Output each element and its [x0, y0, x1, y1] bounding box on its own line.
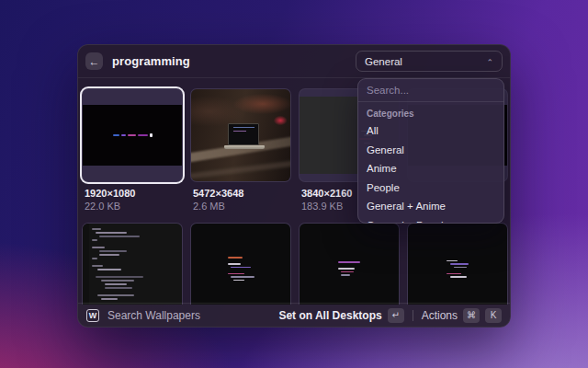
editor-gutter	[83, 224, 89, 305]
terminal-prompt-decoration	[113, 133, 153, 137]
wallpaper-thumbnail-7[interactable]	[299, 223, 400, 305]
code-lines-decoration	[447, 260, 469, 280]
dropdown-item-general-anime[interactable]: General + Anime	[358, 197, 503, 216]
code-line	[233, 280, 244, 282]
app-window: ← programming General ⌃ 1920×1080 22.0 K…	[77, 44, 511, 328]
code-line	[338, 268, 355, 270]
wallpapers-app-icon: W	[86, 309, 99, 322]
wallpaper-tile-7	[299, 223, 400, 305]
wallpaper-thumbnail-6[interactable]	[190, 223, 291, 305]
code-line	[99, 236, 140, 237]
dropdown-item-general[interactable]: General	[358, 141, 503, 160]
footer-divider	[413, 310, 413, 321]
wallpaper-tile-6	[190, 223, 291, 305]
tile-filesize: 2.6 MB	[193, 201, 291, 212]
wallpaper-tile-5	[82, 223, 183, 305]
header: ← programming General ⌃	[78, 45, 510, 78]
code-line	[454, 267, 467, 269]
code-line	[450, 276, 467, 278]
category-select[interactable]: General ⌃	[356, 51, 503, 72]
code-line	[341, 274, 350, 276]
photo-laptop-screen	[228, 123, 259, 145]
wallpaper-tile-2: 5472×3648 2.6 MB	[190, 88, 291, 212]
code-line	[97, 294, 134, 296]
code-line	[228, 257, 243, 259]
code-line	[99, 250, 127, 252]
wallpaper-thumbnail-2[interactable]	[190, 88, 291, 182]
code-line	[105, 283, 127, 285]
code-line	[101, 280, 134, 282]
tile-resolution: 5472×3648	[193, 188, 291, 199]
dropdown-search-input[interactable]	[358, 79, 503, 102]
code-lines-decoration	[92, 228, 178, 300]
tile-filesize: 22.0 KB	[85, 201, 183, 212]
code-line	[96, 232, 127, 234]
thumbnail-image-terminal	[83, 105, 182, 166]
code-line	[447, 273, 461, 275]
code-line	[338, 261, 360, 263]
dropdown-item-general-people[interactable]: General + People	[358, 216, 503, 224]
thumbnail-image-snippet	[300, 224, 399, 305]
enter-key-icon: ↵	[388, 308, 404, 323]
code-line	[96, 276, 143, 278]
footer-bar: W Search Wallpapers Set on All Desktops …	[78, 303, 510, 327]
thumbnail-image-snippet	[191, 224, 290, 305]
code-lines-decoration	[228, 257, 254, 282]
search-query-text[interactable]: programming	[112, 54, 190, 68]
code-line	[228, 263, 241, 265]
code-line	[231, 276, 254, 278]
dropdown-item-anime[interactable]: Anime	[358, 159, 503, 178]
code-line	[92, 265, 103, 267]
extension-name: Search Wallpapers	[107, 309, 200, 322]
wallpaper-thumbnail-5[interactable]	[82, 223, 183, 305]
category-dropdown-panel: Categories All General Anime People Gene…	[357, 78, 504, 224]
dropdown-item-people[interactable]: People	[358, 178, 503, 198]
back-arrow-icon: ←	[89, 56, 100, 67]
code-line	[92, 228, 101, 230]
wallpaper-tile-8	[407, 223, 508, 305]
tile-resolution: 1920×1080	[85, 188, 183, 199]
code-line	[92, 247, 105, 248]
thumbnail-image-snippet	[408, 224, 507, 305]
photo-laptop-base	[224, 145, 265, 149]
actions-button[interactable]: Actions	[422, 309, 458, 322]
thumbnail-image-editor	[83, 224, 182, 305]
dropdown-section-label: Categories	[358, 102, 503, 121]
code-line	[228, 273, 244, 275]
category-select-value: General	[365, 56, 402, 67]
chevron-up-icon: ⌃	[486, 58, 493, 67]
code-line	[105, 287, 132, 289]
wallpaper-thumbnail-8[interactable]	[407, 223, 508, 305]
code-line	[450, 263, 469, 265]
k-key-icon: K	[485, 308, 502, 323]
wallpaper-thumbnail-1[interactable]	[82, 88, 183, 182]
code-line	[341, 271, 354, 273]
code-lines-decoration	[338, 261, 360, 278]
grid-row-2	[82, 223, 506, 305]
photo-curb2-decoration	[190, 158, 291, 179]
back-button[interactable]: ←	[85, 52, 103, 70]
code-line	[92, 239, 97, 241]
code-line	[97, 269, 121, 270]
wallpaper-tile-1: 1920×1080 22.0 KB	[82, 88, 183, 212]
app-icon-letter: W	[89, 311, 97, 320]
code-line	[231, 267, 251, 269]
primary-action-button[interactable]: Set on All Desktops	[278, 309, 381, 322]
code-line	[101, 298, 118, 300]
command-key-icon: ⌘	[463, 308, 480, 323]
thumbnail-image-laptop-photo	[191, 89, 290, 181]
dropdown-item-all[interactable]: All	[358, 121, 503, 141]
code-line	[92, 258, 97, 259]
code-line	[99, 254, 119, 256]
code-line	[447, 260, 458, 262]
footer-actions: Set on All Desktops ↵ Actions ⌘ K	[278, 308, 502, 323]
